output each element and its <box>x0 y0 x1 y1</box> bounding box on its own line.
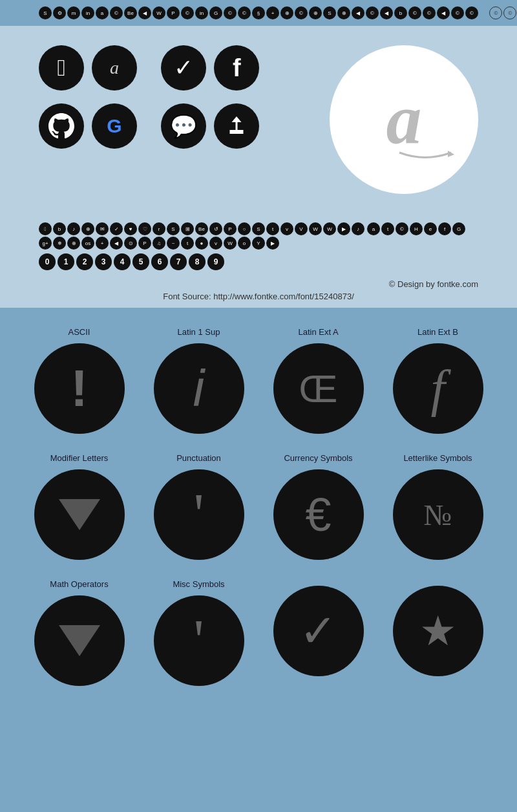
glyph-cell-latinexta: Latin Ext A Œ <box>258 321 378 447</box>
glyph-label-currency: Currency Symbols <box>284 453 352 463</box>
upload-icon-circle <box>214 103 259 149</box>
strip2-icon: ♪ <box>67 222 80 235</box>
preview-row-1:  a ✓ f <box>39 45 259 91</box>
strip2-icon: os <box>81 237 94 250</box>
glyph-cell-currency: Currency Symbols € <box>258 447 378 573</box>
strip2-icon: ⊙ <box>124 237 137 250</box>
glyph-cell-punctuation: Punctuation ' <box>139 447 258 573</box>
glyph-cell-letterlike: Letterlike Symbols № <box>378 447 498 573</box>
strip-icon: Be <box>124 6 137 19</box>
glyph-label-latin1sup: Latin 1 Sup <box>178 327 220 337</box>
strip-icon: © <box>423 6 436 19</box>
strip2-icon: H <box>410 222 423 235</box>
strip-icon: © <box>408 6 421 19</box>
strip-icon: © <box>465 6 478 19</box>
glyph-circle-mathop <box>34 595 125 686</box>
strip-icon: W <box>153 6 165 19</box>
facebook-icon: f <box>233 54 241 82</box>
font-source-text: Font Source: http://www.fontke.com/font/… <box>163 292 354 301</box>
glyph-cell-modifier: Modifier Letters <box>19 447 139 573</box>
glyph-circle-bottom-star: ★ <box>393 586 483 676</box>
strip2-icon: b <box>53 222 66 235</box>
glyph-grid: ASCII ! Latin 1 Sup i Latin Ext A Œ Lati… <box>19 321 498 699</box>
glyph-char-latin1sup: i <box>193 359 205 418</box>
strip2-icon: V <box>295 222 308 235</box>
strip-icon: ⊕ <box>280 6 293 19</box>
glyph-circle-bottom-check: ✓ <box>273 586 364 676</box>
glyph-char-latinexta: Œ <box>299 367 338 411</box>
strip-icon: S <box>323 6 336 19</box>
strip2-icon: ♪ <box>352 222 364 235</box>
glyph-circle-letterlike: № <box>393 469 483 560</box>
strip2-icon: W <box>323 222 336 235</box>
strip2-icon: t <box>181 237 194 250</box>
strip2-icon: v <box>209 237 222 250</box>
strip2-icon: G <box>452 222 465 235</box>
number-circle-7: 7 <box>170 253 187 270</box>
strip2-icon: ● <box>195 237 208 250</box>
check-icon-circle: ✓ <box>161 45 206 91</box>
strip2-icon: ○ <box>238 222 251 235</box>
strip-icon: ⚙ <box>53 6 66 19</box>
glyph-cell-ascii: ASCII ! <box>19 321 139 447</box>
strip2-icon: ⊞ <box>181 222 194 235</box>
glyph-circle-latinextb: f <box>393 343 483 434</box>
strip-icon: © <box>181 6 194 19</box>
preview-area:  a ✓ f <box>0 26 517 220</box>
strip-icon: © <box>224 6 237 19</box>
strip-icon: © <box>110 6 123 19</box>
strip-icon: ⊕ <box>309 6 322 19</box>
strip2-icon: v <box>280 222 293 235</box>
strip2-icon: ⊕ <box>81 222 94 235</box>
glyph-label-misc: Misc Symbols <box>173 579 224 589</box>
glyph-label-modifier: Modifier Letters <box>50 453 109 463</box>
github-icon-circle <box>39 103 84 149</box>
glyph-circle-modifier <box>34 469 125 560</box>
github-icon <box>48 113 74 139</box>
number-circle-3: 3 <box>95 253 112 270</box>
strip-icon: in <box>195 6 208 19</box>
amazon-large-logo: a <box>330 45 478 194</box>
svg-marker-0 <box>448 151 454 157</box>
strip2-icon: ▶ <box>337 222 350 235</box>
glyph-label-latinexta: Latin Ext A <box>298 327 338 337</box>
numbers-row: 0 1 2 3 4 5 6 7 8 9 <box>0 252 517 277</box>
glyph-label-letterlike: Letterlike Symbols <box>403 453 472 463</box>
strip2-icon: r <box>153 222 165 235</box>
number-circle-8: 8 <box>189 253 206 270</box>
strip-icon: ◀ <box>437 6 450 19</box>
strip2-icon: a <box>367 222 380 235</box>
strip2-icon: W <box>224 237 237 250</box>
strip2-icon: ♡ <box>138 222 151 235</box>
glyph-char-punctuation: ' <box>193 486 204 544</box>
number-circle-2: 2 <box>76 253 93 270</box>
number-circle-6: 6 <box>151 253 168 270</box>
strip-icon: © <box>295 6 308 19</box>
amazon-icon-circle: a <box>92 45 137 91</box>
strip2-icon: e <box>424 222 437 235</box>
strip-icon: ◀ <box>380 6 393 19</box>
number-circle-5: 5 <box>132 253 149 270</box>
triangle-down-icon <box>59 499 100 530</box>
strip2-icon: t <box>381 222 394 235</box>
glyph-cell-bottom-check: ✓ <box>258 573 378 699</box>
strip-icon: ◀ <box>352 6 364 19</box>
strip2-icon: S <box>252 222 265 235</box>
upload-icon <box>225 114 248 138</box>
strip2-icon: t <box>266 222 279 235</box>
checkmark-icon: ✓ <box>174 54 193 81</box>
glyph-circle-currency: € <box>273 469 364 560</box>
top-icon-strip: S ⚙ m in a © Be ◀ W P © in G © © § + ⊕ ©… <box>0 0 517 26</box>
glyph-char-star: ★ <box>419 607 456 655</box>
strip-icon: m <box>67 6 80 19</box>
strip2-icon: S <box>167 222 180 235</box>
preview-row-2: G 💬 <box>39 103 259 149</box>
glyph-circle-misc: ' <box>154 595 244 686</box>
triangle-down-icon-2 <box>59 625 100 656</box>
strip-icon: © <box>366 6 379 19</box>
strip2-icon: © <box>396 222 408 235</box>
glyph-label-latinextb: Latin Ext B <box>417 327 458 337</box>
strip-icon: G <box>209 6 222 19</box>
strip2-icon: ↺ <box>209 222 222 235</box>
google-icon: G <box>107 115 121 137</box>
